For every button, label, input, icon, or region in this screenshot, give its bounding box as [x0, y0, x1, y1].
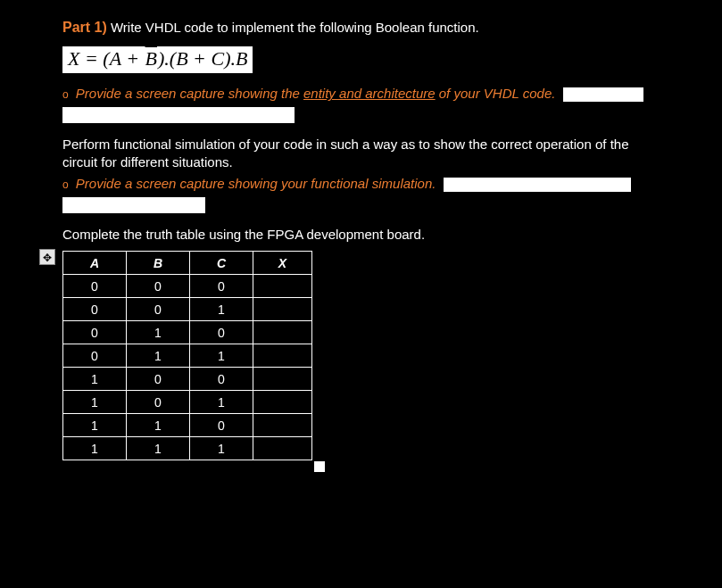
redacted-block — [563, 87, 643, 102]
cell: 1 — [126, 344, 189, 368]
cell: 1 — [63, 414, 127, 437]
cell — [253, 298, 311, 321]
eq-Bend: B — [236, 47, 247, 70]
eq-plus1: + — [121, 47, 145, 70]
document-page: Part 1) Write VHDL code to implement the… — [0, 0, 722, 460]
instr1-underline: entity and architecture — [303, 86, 436, 101]
col-A: A — [63, 252, 127, 275]
eq-C: C — [211, 47, 224, 70]
table-header-row: A B C X — [63, 252, 312, 275]
eq-eq: = — [79, 47, 103, 70]
cell: 0 — [126, 368, 189, 391]
cell — [253, 437, 311, 460]
cell: 0 — [63, 275, 127, 298]
cell: 1 — [126, 437, 189, 460]
instruction-1: o Provide a screen capture showing the e… — [62, 86, 660, 123]
cell: 1 — [189, 391, 253, 414]
body-text-2: Complete the truth table using the FPGA … — [62, 226, 660, 244]
eq-open1: ( — [103, 47, 109, 70]
redacted-block — [62, 107, 295, 123]
table-row: 101 — [63, 391, 312, 414]
cell: 1 — [189, 437, 253, 460]
boolean-equation: X = (A + B).(B + C).B — [62, 46, 253, 73]
cell — [253, 391, 311, 414]
cell: 1 — [126, 414, 189, 437]
table-row: 100 — [63, 368, 312, 391]
cell: 1 — [63, 437, 127, 460]
resize-handle-icon[interactable] — [314, 461, 325, 472]
table-row: 000 — [63, 275, 312, 298]
cell: 1 — [63, 391, 127, 414]
cell: 0 — [189, 414, 253, 437]
eq-Bbar: B — [145, 48, 158, 70]
cell: 0 — [63, 321, 127, 344]
cell — [253, 344, 311, 368]
redacted-block — [444, 178, 631, 192]
eq-close2: ). — [224, 47, 236, 70]
cell — [253, 414, 311, 437]
table-row: 111 — [63, 437, 312, 460]
part-heading-line: Part 1) Write VHDL code to implement the… — [62, 20, 660, 36]
cell: 1 — [189, 344, 253, 368]
col-B: B — [126, 252, 189, 275]
cell: 1 — [189, 298, 253, 321]
instr2-text: Provide a screen capture showing your fu… — [76, 176, 436, 191]
cell: 0 — [63, 344, 127, 368]
table-row: 010 — [63, 321, 312, 344]
move-handle-icon[interactable]: ✥ — [39, 249, 55, 265]
instruction-2: o Provide a screen capture showing your … — [62, 176, 660, 213]
cell: 1 — [63, 368, 127, 391]
cell: 0 — [189, 321, 253, 344]
cell: 0 — [189, 368, 253, 391]
cell: 0 — [126, 298, 189, 321]
eq-close1: ). — [158, 47, 170, 70]
instr1-post: of your VHDL code. — [436, 86, 556, 101]
table-row: 011 — [63, 344, 312, 368]
part-text: Write VHDL code to implement the followi… — [111, 20, 479, 35]
table-body: 000 001 010 011 100 101 110 111 — [63, 275, 312, 460]
truth-table: A B C X 000 001 010 011 100 101 110 111 — [62, 251, 312, 460]
part-label: Part 1) — [62, 20, 107, 35]
eq-lhs: X — [68, 47, 79, 70]
table-row: 110 — [63, 414, 312, 437]
cell — [253, 321, 311, 344]
truth-table-wrap: ✥ A B C X 000 001 010 011 100 101 110 11… — [62, 251, 660, 460]
cell — [253, 275, 311, 298]
instr1-pre: Provide a screen capture showing the — [76, 86, 303, 101]
cell: 0 — [126, 275, 189, 298]
bullet-icon: o — [62, 178, 69, 191]
col-X: X — [253, 252, 311, 275]
col-C: C — [189, 252, 253, 275]
cell: 1 — [126, 321, 189, 344]
eq-B: B — [176, 47, 187, 70]
cell — [253, 368, 311, 391]
eq-plus2: + — [188, 47, 212, 70]
redacted-block — [62, 197, 205, 213]
cell: 0 — [63, 298, 127, 321]
body-text-1: Perform functional simulation of your co… — [62, 136, 660, 172]
cell: 0 — [189, 275, 253, 298]
cell: 0 — [126, 391, 189, 414]
eq-A: A — [110, 47, 121, 70]
table-row: 001 — [63, 298, 312, 321]
bullet-icon: o — [62, 88, 69, 101]
